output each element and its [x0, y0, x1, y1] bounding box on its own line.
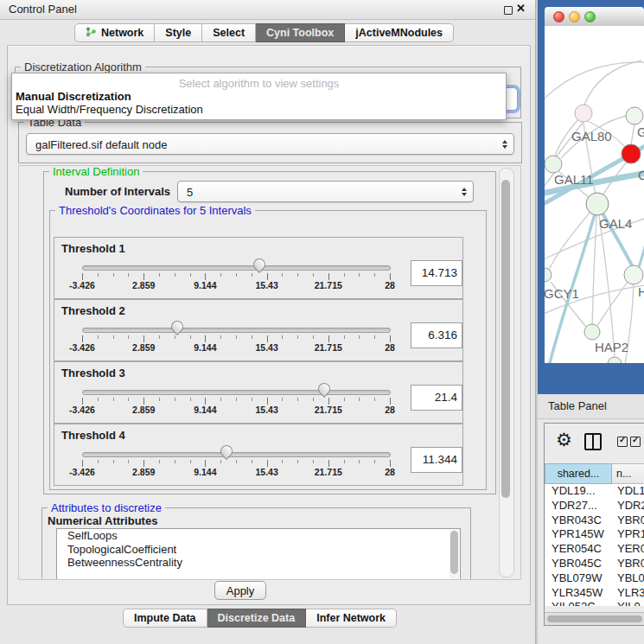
table-data-combobox[interactable]: galFiltered.sif default node	[26, 133, 514, 155]
scale-tick-label: 15.43	[255, 405, 277, 415]
list-scrollbar[interactable]	[450, 530, 459, 580]
threshold-value-field[interactable]: 14.713	[411, 260, 462, 286]
bottom-tab-infer-network[interactable]: Infer Network	[306, 609, 397, 628]
threshold-label: Threshold 1	[61, 242, 125, 255]
dropdown-option-manual-discretization[interactable]: Manual Discretization	[12, 90, 506, 103]
zoom-button[interactable]	[584, 11, 596, 22]
scale-tick-label: -3.426	[69, 467, 95, 477]
network-node[interactable]	[608, 357, 622, 363]
table-row[interactable]: YBL079WYBL0	[545, 571, 644, 586]
table-row[interactable]: YDR27...YDR2	[545, 499, 644, 513]
slider-thumb[interactable]	[318, 383, 330, 396]
scale-tick-label: -3.426	[69, 280, 95, 290]
cell-name: YPR1	[613, 527, 644, 542]
network-edge[interactable]	[584, 61, 641, 105]
network-window: GAL80GACGAL11GAL4GCY1HHAP2	[538, 0, 644, 394]
slider-track[interactable]	[82, 452, 391, 457]
slider-major-ticks	[82, 335, 391, 342]
table-row[interactable]: YIL052CYIL0	[545, 600, 644, 606]
attribute-list-item[interactable]: BetweennessCentrality	[57, 556, 460, 570]
column-header-name[interactable]: n...	[612, 463, 644, 484]
scale-tick-label: 9.144	[194, 342, 216, 353]
table-row[interactable]: YPR145WYPR1	[545, 527, 644, 542]
threshold-value-field[interactable]: 21.4	[411, 385, 462, 411]
network-node[interactable]	[586, 193, 609, 215]
cyni-bottom-tabs: Impute DataDiscretize DataInfer Network	[123, 609, 397, 628]
network-node[interactable]	[624, 265, 643, 284]
scrollbar-thumb[interactable]	[547, 615, 642, 622]
network-edge[interactable]	[545, 62, 644, 105]
tab-network[interactable]: Network	[74, 23, 155, 42]
network-node[interactable]	[626, 107, 643, 124]
minimize-button[interactable]	[569, 11, 580, 22]
scale-tick-label: 9.144	[194, 467, 216, 477]
control-panel-window: Control Panel ✕ NetworkStyleSelectCyni T…	[0, 0, 536, 644]
column-header-shared-name[interactable]: shared...	[545, 463, 612, 484]
table-panel-region: Table Panel ⚙ ✓ ✓ shared... n... YDL19..…	[538, 394, 644, 644]
numerical-attributes-label: Numerical Attributes	[48, 514, 157, 527]
tab-label: jActiveMNodules	[355, 27, 443, 39]
tab-select[interactable]: Select	[202, 23, 256, 42]
table-rows: YDL19...YDL1YDR27...YDR2YBR043CYBR0YPR14…	[545, 484, 644, 606]
table-panel-title: Table Panel	[548, 394, 607, 418]
bottom-tab-discretize-data[interactable]: Discretize Data	[207, 609, 307, 628]
bottom-tab-impute-data[interactable]: Impute Data	[123, 609, 207, 628]
table-row[interactable]: YDL19...YDL1	[545, 484, 644, 499]
table-header-row: shared... n...	[545, 463, 644, 484]
scrollbar-thumb[interactable]	[501, 180, 510, 498]
slider-track[interactable]	[82, 390, 391, 395]
close-button[interactable]	[553, 11, 564, 22]
scale-tick-label: 28	[385, 405, 395, 415]
float-window-icon[interactable]	[504, 6, 513, 15]
attribute-list-item[interactable]: TopologicalCoefficient	[57, 543, 460, 557]
panel-vertical-scrollbar[interactable]	[499, 168, 514, 577]
screen: Control Panel ✕ NetworkStyleSelectCyni T…	[0, 0, 644, 644]
table-row[interactable]: YER054CYER0	[545, 542, 644, 557]
attribute-list-item[interactable]: SelfLoops	[57, 529, 460, 543]
network-node[interactable]	[622, 144, 641, 163]
tab-cyni-toolbox[interactable]: Cyni Toolbox	[256, 23, 345, 42]
network-edge[interactable]	[549, 204, 597, 270]
network-edge[interactable]	[631, 124, 634, 144]
table-row[interactable]: YBR043CYBR0	[545, 513, 644, 528]
network-view-canvas[interactable]: GAL80GACGAL11GAL4GCY1HHAP2	[545, 26, 644, 363]
slider-track[interactable]	[82, 265, 391, 271]
network-window-titlebar	[545, 7, 644, 27]
threshold-value-field[interactable]: 6.316	[411, 322, 462, 348]
slider-thumb[interactable]	[171, 321, 183, 334]
split-columns-icon[interactable]	[584, 433, 602, 450]
slider-thumb-pin	[218, 443, 235, 460]
close-icon[interactable]: ✕	[516, 2, 526, 15]
network-node[interactable]	[575, 105, 592, 122]
scale-tick-label: 2.859	[132, 342, 155, 353]
slider-track[interactable]	[82, 328, 391, 333]
table-row[interactable]: YBR045CYBR0	[545, 557, 644, 571]
dropdown-option-equal-width-frequency-discretization[interactable]: Equal Width/Frequency Discretization	[12, 103, 506, 116]
settings-scroll-area: Interval Definition Number of Intervals …	[18, 165, 521, 580]
numerical-attributes-list[interactable]: SelfLoopsTopologicalCoefficientBetweenne…	[56, 528, 461, 580]
apply-button[interactable]: Apply	[214, 581, 266, 600]
num-intervals-combobox[interactable]: 5	[177, 181, 474, 202]
threshold-value-field[interactable]: 11.344	[411, 447, 462, 473]
checkbox-icon[interactable]: ✓	[630, 437, 641, 447]
network-node[interactable]	[545, 268, 552, 282]
cell-name: YBR0	[613, 557, 644, 571]
group-title-attributes: Attributes to discretize	[48, 501, 165, 514]
tab-style[interactable]: Style	[155, 23, 202, 42]
slider-thumb[interactable]	[220, 445, 233, 458]
cell-name: YBR0	[613, 513, 644, 528]
tab-label: Cyni Toolbox	[266, 27, 334, 39]
threshold-box: Threshold 3-3.4262.8599.14415.4321.71528…	[54, 361, 463, 424]
threshold-label: Threshold 2	[61, 304, 125, 317]
slider-thumb[interactable]	[253, 258, 265, 271]
horizontal-scrollbar[interactable]	[545, 612, 644, 625]
scale-tick-label: 21.715	[315, 405, 342, 415]
table-row[interactable]: YLR345WYLR3	[545, 586, 644, 601]
checkbox-icon[interactable]: ✓	[617, 437, 628, 447]
scale-tick-label: 2.859	[132, 467, 155, 477]
tab-jactivemnodules[interactable]: jActiveMNodules	[345, 23, 454, 42]
network-node[interactable]	[584, 324, 600, 340]
network-node[interactable]	[545, 156, 562, 173]
gear-icon[interactable]: ⚙	[556, 430, 572, 450]
control-panel-tabs: NetworkStyleSelectCyni ToolboxjActiveMNo…	[74, 23, 454, 42]
